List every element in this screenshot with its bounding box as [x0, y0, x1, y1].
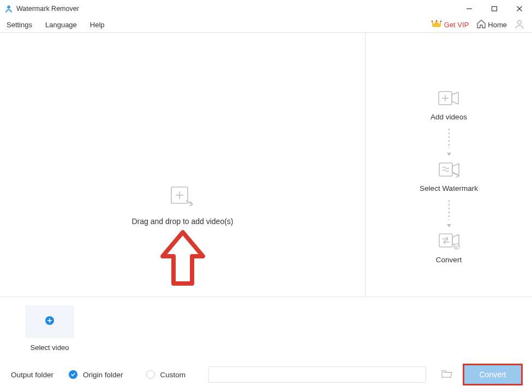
user-button[interactable]: [513, 19, 525, 31]
drop-center: Drag and drop to add video(s): [132, 185, 234, 226]
svg-point-0: [7, 5, 10, 9]
svg-rect-2: [492, 7, 497, 11]
radio-custom[interactable]: Custom: [146, 370, 186, 379]
step-add-videos: Add videos: [431, 90, 467, 121]
folder-icon: [441, 369, 453, 381]
convert-step-icon: [437, 233, 461, 249]
output-folder-label: Output folder: [11, 371, 53, 379]
select-watermark-step-icon: [437, 161, 461, 178]
crown-icon: [431, 20, 442, 31]
get-vip-label: Get VIP: [444, 21, 469, 29]
svg-line-4: [517, 7, 522, 11]
steps-panel: Add videos Select Watermark: [366, 33, 532, 297]
convert-button-wrap: Convert: [464, 365, 521, 384]
svg-rect-16: [439, 234, 452, 247]
drop-panel[interactable]: Drag and drop to add video(s): [0, 33, 366, 297]
add-video-step-icon: [437, 90, 461, 106]
close-button[interactable]: [507, 0, 532, 17]
step-convert-label: Convert: [436, 256, 462, 264]
select-video-label: Select video: [31, 343, 69, 352]
main-area: Drag and drop to add video(s) Add videos: [0, 33, 532, 297]
maximize-button[interactable]: [482, 0, 507, 17]
chevron-down-icon: [447, 153, 451, 156]
home-button[interactable]: Home: [476, 20, 507, 31]
minimize-button[interactable]: [457, 0, 482, 17]
radio-origin-folder[interactable]: Origin folder: [69, 370, 123, 379]
step-convert: Convert: [436, 233, 462, 264]
svg-point-7: [440, 20, 441, 22]
select-video-tile[interactable]: [25, 305, 74, 338]
menu-language[interactable]: Language: [45, 21, 77, 29]
plus-icon: [45, 316, 55, 328]
menu-help[interactable]: Help: [90, 21, 105, 29]
drop-label: Drag and drop to add video(s): [132, 217, 234, 226]
app-icon: [4, 4, 13, 13]
home-label: Home: [488, 21, 507, 29]
up-arrow-annotation-icon: [158, 229, 207, 291]
convert-button[interactable]: Convert: [464, 365, 521, 384]
svg-line-3: [517, 7, 522, 11]
radio-origin-label: Origin folder: [83, 371, 123, 379]
titlebar: Watermark Remover: [0, 0, 532, 17]
app-title: Watermark Remover: [16, 5, 79, 13]
chevron-down-icon: [447, 224, 451, 227]
svg-rect-15: [439, 163, 452, 176]
home-icon: [476, 20, 486, 31]
menu-settings[interactable]: Settings: [7, 21, 32, 29]
step-add-videos-label: Add videos: [431, 113, 467, 121]
radio-custom-label: Custom: [160, 371, 186, 379]
convert-button-label: Convert: [479, 370, 506, 379]
svg-point-5: [431, 20, 433, 22]
get-vip-button[interactable]: Get VIP: [431, 20, 469, 31]
step-select-watermark: Select Watermark: [420, 161, 478, 192]
step-select-watermark-label: Select Watermark: [420, 184, 478, 192]
radio-unchecked-icon: [146, 370, 155, 379]
browse-folder-button[interactable]: [439, 367, 455, 382]
radio-checked-icon: [69, 370, 77, 379]
select-video-strip: Select video: [0, 297, 532, 359]
step-connector-icon: [449, 199, 450, 220]
add-video-icon: [132, 185, 234, 207]
output-bar: Output folder Origin folder Custom Conve…: [0, 359, 532, 390]
menubar: Settings Language Help Get VIP Home: [0, 17, 532, 33]
step-connector-icon: [449, 128, 450, 148]
user-icon: [514, 19, 525, 32]
window-controls: [457, 0, 532, 17]
svg-point-6: [435, 20, 437, 21]
svg-point-8: [518, 20, 522, 24]
output-path-input[interactable]: [208, 366, 426, 383]
